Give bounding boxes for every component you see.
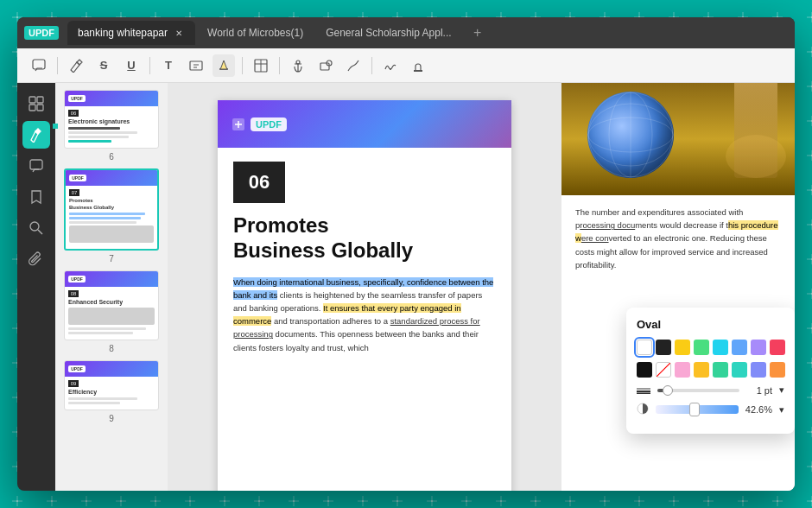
color-swatch-teal[interactable] [732,362,747,378]
thumbnail-page-8[interactable]: UPDF 08 Enhanced Security 8 [62,270,161,353]
toolbar-sep-5 [371,57,372,74]
table-icon[interactable] [250,54,272,77]
tab-scholarship[interactable]: General Scholarship Appl... [315,21,461,45]
right-panel: The number and expenditures associated w… [561,83,795,491]
globe-shape [587,92,674,178]
doc-header: UPDF [218,100,511,148]
tab-banking[interactable]: banking whitepapar ✕ [67,21,195,45]
sidebar-tool-thumbnail[interactable] [22,90,50,117]
color-swatch-purple[interactable] [751,340,766,355]
opacity-row: 42.6% ▾ [637,403,784,416]
document-area: UPDF 06 Promotes Business Globally When … [168,83,561,491]
color-swatch-yellow[interactable] [675,340,690,355]
tab-label-banking: banking whitepapar [78,27,168,39]
color-grid-row2 [637,362,784,378]
svg-line-18 [38,230,42,234]
toolbar-sep-4 [279,57,280,74]
thumbnail-page-9[interactable]: UPDF 09 Efficiency 9 [62,360,161,423]
thumb-num-9: 9 [109,414,114,423]
color-swatch-emerald[interactable] [713,362,728,378]
color-swatch-pink[interactable] [675,362,690,378]
color-swatch-amber[interactable] [694,362,709,378]
text-icon[interactable]: T [157,54,180,77]
sidebar-tool-annotation[interactable] [22,121,50,149]
thumb-num-7: 7 [109,254,114,264]
stroke-dropdown-arrow[interactable]: ▾ [779,384,784,396]
thumb-page-num-7: 07 [69,189,79,196]
pencil-draw-icon[interactable] [342,54,365,77]
color-swatch-indigo[interactable] [751,362,766,378]
doc-paragraph-1: When doing international business, speci… [233,276,496,354]
doc-logo-area: UPDF [232,117,287,131]
opacity-slider-thumb[interactable] [689,403,700,416]
lamp-glow [726,135,786,178]
text-highlight-icon[interactable] [213,54,235,77]
thumb-title-7: Promotes [69,198,154,203]
doc-title: Promotes Business Globally [233,213,496,264]
color-swatch-red[interactable] [770,340,785,355]
thumb-logo-6: UPDF [68,95,86,102]
svg-rect-16 [30,160,42,169]
pen-icon[interactable] [65,54,87,77]
thumbnail-page-6[interactable]: UPDF 06 Electronic signatures 6 [62,90,161,162]
underline-icon[interactable]: U [120,54,143,77]
oval-popup-title: Oval [637,318,784,331]
strikethrough-icon[interactable]: S [92,54,115,77]
textbox-icon[interactable] [185,54,207,77]
thumb-preview-7: UPDF 07 Promotes Business Globally [64,168,159,251]
thumb-page-num-9: 09 [68,380,79,387]
sidebar-tool-comment[interactable] [22,152,50,180]
highlighted-text-blue: When doing international business, speci… [233,277,493,300]
thumb-logo-7: UPDF [69,175,86,181]
right-image-area [561,83,795,195]
right-text-underline-1: rocessing docu [580,220,635,230]
sidebar-tool-search[interactable] [22,214,50,242]
tab-add-button[interactable]: + [467,22,488,43]
color-swatch-white[interactable] [637,340,652,355]
color-swatch-black[interactable] [637,362,652,378]
svg-point-17 [30,222,39,231]
sidebar-tool-bookmark[interactable] [22,183,50,211]
tab-microbes[interactable]: World of Microbes(1) [197,21,314,45]
toolbar-sep-3 [242,57,243,74]
toolbar: S U T [17,48,795,83]
opacity-slider-track[interactable] [656,405,739,414]
thumb-page-num-8: 08 [68,290,79,297]
color-swatch-orange[interactable] [770,362,785,378]
shape-icon[interactable] [314,54,337,77]
opacity-dropdown-arrow[interactable]: ▾ [779,404,784,416]
doc-logo-box: UPDF [251,117,287,131]
document-page: UPDF 06 Promotes Business Globally When … [218,100,511,491]
color-swatch-dark[interactable] [656,340,671,355]
document-scroll[interactable]: UPDF 06 Promotes Business Globally When … [168,83,561,491]
svg-rect-9 [320,63,329,70]
thumb-page-num-6: 06 [68,110,79,117]
doc-logo-icon [232,117,245,131]
tab-close-banking[interactable]: ✕ [173,27,185,39]
color-swatch-blue[interactable] [732,340,747,355]
stroke-slider-thumb[interactable] [663,385,673,396]
tab-label-microbes: World of Microbes(1) [207,27,303,39]
thumb-num-6: 6 [109,152,114,162]
thumb-logo-8: UPDF [68,276,86,283]
stroke-slider-track[interactable] [657,389,739,392]
sidebar-tool-attachment[interactable] [22,245,50,273]
stamp-icon[interactable] [407,54,429,77]
stroke-width-row: 1 pt ▾ [637,384,784,396]
active-tool-indicator [53,124,58,129]
comment-icon[interactable] [28,54,50,77]
thumb-preview-9: UPDF 09 Efficiency [64,360,159,410]
svg-rect-15 [37,105,43,111]
toolbar-sep-2 [149,57,150,74]
anchor-icon[interactable] [287,54,309,77]
doc-title-line2: Business Globally [233,238,413,262]
color-swatch-cyan[interactable] [713,340,728,355]
chapter-number: 06 [233,162,285,203]
color-swatch-green[interactable] [694,340,709,355]
signature-icon[interactable] [379,54,402,77]
color-swatch-transparent[interactable] [656,362,671,378]
svg-rect-12 [29,97,35,103]
opacity-icon [637,403,649,416]
right-text-paragraph: The number and expenditures associated w… [575,206,781,271]
thumbnail-page-7[interactable]: UPDF 07 Promotes Business Globally 7 [62,168,161,264]
